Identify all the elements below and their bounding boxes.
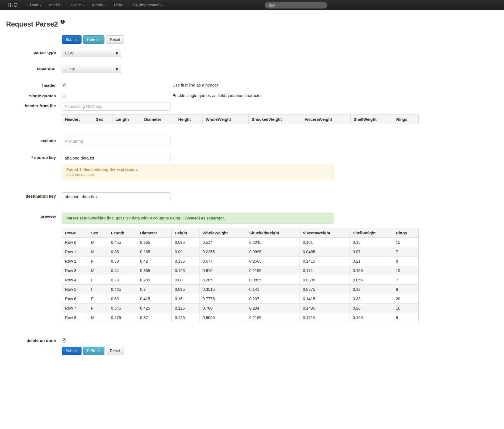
- delete-on-done-checkbox[interactable]: [62, 338, 66, 342]
- separator-label: separator: [6, 65, 56, 71]
- nav-item-admin[interactable]: Admin: [88, 0, 110, 10]
- table-cell: 0.21: [350, 257, 393, 266]
- preview-status-alert: Parser setup working fine, got CSV data …: [62, 213, 334, 224]
- nav-item-label: Score: [71, 3, 81, 7]
- reset-button[interactable]: Reset: [106, 35, 124, 44]
- table-cell: I: [88, 275, 108, 285]
- refresh-button[interactable]: Refresh: [83, 35, 104, 44]
- table-cell: F: [88, 304, 108, 313]
- table-cell: 0.125: [172, 266, 200, 275]
- source-match-alert: Found 1 files matching the expression. a…: [62, 164, 334, 180]
- table-cell: F: [88, 294, 108, 304]
- source-key-label: *source key: [6, 154, 56, 160]
- source-key-label-text: source key: [34, 155, 56, 160]
- caret-down-icon: [61, 3, 63, 7]
- header-from-file-input[interactable]: [62, 102, 170, 111]
- reset-button[interactable]: Reset: [106, 347, 124, 355]
- caret-down-icon: [82, 3, 84, 7]
- table-cell: 0.0395: [300, 275, 350, 285]
- table-cell: 0.101: [300, 238, 350, 247]
- header-from-file-label: header from file: [6, 102, 56, 108]
- delete-on-done-label: delete on done: [6, 337, 56, 343]
- nav-item-score[interactable]: Score: [67, 0, 88, 10]
- refresh-button[interactable]: Refresh: [83, 347, 104, 355]
- parser-type-label: parser type: [6, 49, 56, 55]
- table-cell: M: [88, 238, 108, 247]
- help-icon[interactable]: ?: [61, 20, 65, 24]
- column-header: ShuckedWeight: [248, 115, 301, 124]
- table-cell: 0.07: [350, 247, 393, 257]
- table-cell: 0.2565: [246, 257, 300, 266]
- table-cell: 0.08: [172, 275, 200, 285]
- table-cell: 0.42: [137, 257, 172, 266]
- column-header: ShuckedWeight: [246, 228, 300, 238]
- table-cell: 0.37: [137, 313, 172, 322]
- page-title: Request Parse2: [6, 20, 58, 28]
- single-quotes-label: single quotes: [6, 92, 56, 98]
- column-header: Diameter: [141, 115, 175, 124]
- table-cell: 0.237: [246, 294, 300, 304]
- table-cell: 0.2165: [246, 313, 300, 322]
- nav-item-help[interactable]: Help: [110, 0, 129, 10]
- table-cell: M: [88, 266, 108, 275]
- table-cell: 0.1125: [300, 313, 350, 322]
- table-cell: M: [88, 247, 108, 257]
- table-cell: 0.5095: [199, 313, 246, 322]
- single-quotes-checkbox[interactable]: [62, 94, 66, 98]
- table-row: Row 2F0.530.420.1350.6770.25650.14150.21…: [62, 257, 419, 266]
- column-header: ShellWeight: [351, 115, 393, 124]
- table-cell: Row 4: [62, 275, 88, 285]
- table-cell: 0.415: [137, 294, 172, 304]
- table-cell: 0.1415: [300, 294, 350, 304]
- table-cell: 0.455: [108, 238, 137, 247]
- column-header: WholeWeight: [203, 115, 249, 124]
- table-cell: Row 3: [62, 266, 88, 275]
- nav-item-label: Admin: [92, 3, 103, 7]
- submit-button[interactable]: Submit: [62, 347, 82, 355]
- table-cell: 0.294: [246, 304, 300, 313]
- table-cell: 20: [393, 294, 418, 304]
- destination-key-input[interactable]: [62, 192, 170, 201]
- table-row: Row 7F0.5450.4250.1250.7680.2940.14950.2…: [62, 304, 419, 313]
- column-header: Rings: [393, 115, 418, 124]
- table-cell: Row 6: [62, 294, 88, 304]
- exclude-input[interactable]: [62, 137, 170, 145]
- separator-select[interactable]: ,: '44': [62, 65, 121, 73]
- table-row: Row 3M0.440.3650.1250.5160.21550.1140.15…: [62, 266, 419, 275]
- nav-item-data[interactable]: Data: [26, 0, 45, 10]
- parser-type-select[interactable]: CSV: [62, 49, 121, 57]
- nav-item-va-deprecated[interactable]: VA (deprecated): [129, 0, 168, 10]
- table-cell: 0.205: [199, 275, 246, 285]
- nav-item-model[interactable]: Model: [45, 0, 67, 10]
- table-cell: 0.0775: [300, 285, 350, 294]
- column-header: WholeWeight: [199, 228, 246, 238]
- nav-item-label: Data: [30, 3, 38, 7]
- table-header-row: Header:SexLengthDiameterHeightWholeWeigh…: [62, 115, 419, 124]
- table-cell: 0.425: [108, 285, 137, 294]
- source-key-input[interactable]: [62, 154, 170, 162]
- search-input[interactable]: [265, 2, 327, 9]
- header-checkbox[interactable]: [62, 83, 66, 87]
- column-header: Header:: [62, 115, 93, 124]
- h2o-logo: H₂O: [7, 2, 18, 8]
- table-cell: 0.135: [172, 257, 200, 266]
- caret-down-icon: [123, 3, 125, 7]
- table-cell: 0.2245: [246, 238, 300, 247]
- table-cell: 0.33: [108, 275, 137, 285]
- separator-value: ,: '44': [62, 67, 114, 71]
- column-header: Length: [112, 115, 141, 124]
- table-row: Row 5I0.4250.30.0950.35150.1410.07750.12…: [62, 285, 419, 294]
- table-cell: 15: [393, 238, 418, 247]
- column-header: Sex: [88, 228, 108, 238]
- required-asterisk: *: [32, 155, 33, 160]
- submit-button[interactable]: Submit: [62, 35, 82, 44]
- table-cell: 0.165: [350, 313, 393, 322]
- top-navbar: H₂O Data Model Score Admin Help VA (depr…: [0, 0, 504, 10]
- table-row: Row 1M0.350.2650.090.22550.09950.04850.0…: [62, 247, 419, 257]
- source-match-alert-file: abalone.data.txt: [66, 172, 329, 177]
- table-cell: M: [88, 313, 108, 322]
- table-cell: 0.1415: [300, 257, 350, 266]
- table-cell: 0.0995: [246, 247, 300, 257]
- table-cell: 0.475: [108, 313, 137, 322]
- table-cell: 0.677: [199, 257, 246, 266]
